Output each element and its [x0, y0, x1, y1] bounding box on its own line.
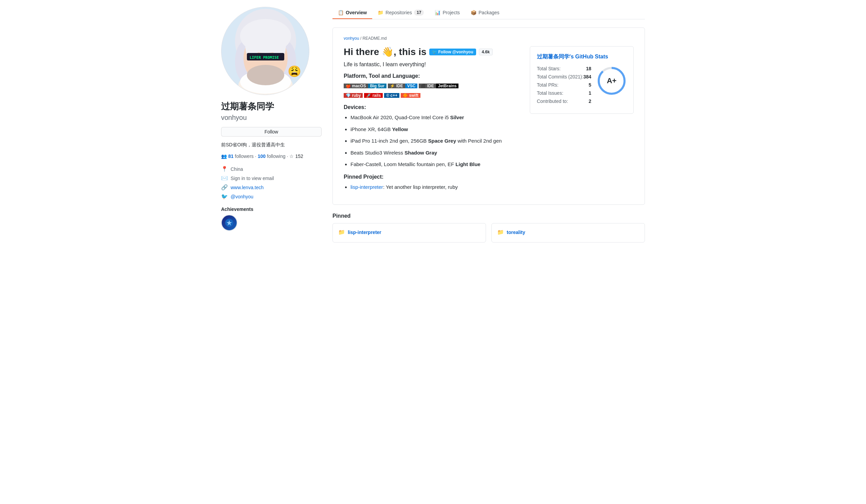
pinned-repo-2-link[interactable]: toreality — [507, 229, 525, 235]
star-icon: ☆ — [289, 154, 294, 159]
projects-label: Projects — [443, 10, 460, 15]
tab-repositories[interactable]: 📁 Repositories 17 — [372, 7, 429, 19]
avatar-emoji: 😩 — [288, 65, 301, 78]
readme-title: Hi there 👋, this is 🐦 Follow @vonhyou 4.… — [344, 46, 522, 57]
badge-cpp-left: © c++ — [384, 93, 399, 98]
grade-text: A+ — [607, 76, 617, 85]
stats-row-prs: Total PRs: 5 — [537, 82, 591, 88]
avatar-image: LIFER PROMISE 😩 — [221, 7, 309, 95]
stars-count: 152 — [295, 154, 303, 159]
breadcrumb-file: README.md — [362, 36, 387, 41]
pinned-section: Pinned 📁 lisp-interpreter 📁 toreality — [332, 213, 645, 243]
user-stats: 👥 81 followers · 100 following · ☆ 152 — [221, 154, 322, 159]
commits-value: 384 — [584, 74, 591, 79]
email-text: Sign in to view email — [231, 176, 274, 181]
twitter-bird-icon: 🐦 — [432, 49, 437, 54]
badge-vscode-left: ⚡ IDE — [388, 83, 405, 88]
device-4: Beats Studio3 Wireless Shadow Gray — [351, 149, 522, 157]
repo-icon-2: 📁 — [497, 229, 504, 235]
pinned-card-2-title: 📁 toreality — [497, 229, 639, 235]
twitter-follow-button[interactable]: 🐦 Follow @vonhyou — [429, 48, 476, 55]
twitter-icon: 🐦 — [221, 193, 228, 200]
following-link[interactable]: 100 — [258, 154, 266, 159]
followers-label: followers — [235, 154, 254, 159]
followers-icon: 👥 — [221, 154, 227, 159]
prs-label: Total PRs: — [537, 82, 559, 88]
achievement-icon — [224, 218, 234, 227]
readme-bio: Life is fantastic, I learn everything! — [344, 61, 522, 68]
tab-packages[interactable]: 📦 Packages — [465, 7, 505, 19]
pinned-card-1-title: 📁 lisp-interpreter — [338, 229, 480, 235]
stat-dot-1: · — [255, 154, 256, 159]
badge-macos: 🍎 macOS Big Sur — [344, 82, 387, 89]
website-item: 🔗 www.lenva.tech — [221, 183, 322, 192]
device-1-bold: Silver — [450, 114, 464, 120]
website-link[interactable]: www.lenva.tech — [231, 185, 264, 190]
repositories-icon: 📁 — [378, 10, 384, 15]
pinned-card-2: 📁 toreality — [491, 223, 645, 243]
platform-title: Platform, Tool and Language: — [344, 73, 522, 79]
location-item: 📍 China — [221, 164, 322, 173]
breadcrumb-user[interactable]: vonhyou — [344, 36, 359, 41]
badge-swift: 🔶 swift — [401, 92, 420, 99]
readme-text: Hi there 👋, this is 🐦 Follow @vonhyou 4.… — [344, 46, 522, 196]
svg-text:LIFER PROMISE: LIFER PROMISE — [249, 55, 279, 60]
readme-content-area: Hi there 👋, this is 🐦 Follow @vonhyou 4.… — [344, 46, 634, 196]
badge-swift-left: 🔶 swift — [401, 93, 420, 98]
twitter-item: 🐦 @vonhyou — [221, 192, 322, 201]
pinned-project-title: Pinned Project: — [344, 174, 522, 180]
badge-ruby-left: 💎 ruby — [344, 93, 363, 98]
tab-overview[interactable]: 📋 Overview — [332, 7, 372, 19]
contributed-label: Contributed to: — [537, 99, 568, 104]
device-2: iPhone XR, 64GB Yellow — [351, 126, 522, 133]
following-label: following — [267, 154, 285, 159]
pinned-header: Pinned — [332, 213, 645, 219]
packages-icon: 📦 — [471, 10, 476, 15]
repositories-label: Repositories — [386, 10, 412, 15]
platform-badges-row2: 💎 ruby 🚀 rails © c++ 🔶 swift — [344, 92, 522, 99]
achievements-title: Achievements — [221, 206, 322, 212]
avatar: LIFER PROMISE 😩 — [221, 7, 309, 95]
badge-ruby: 💎 ruby — [344, 92, 363, 99]
issues-label: Total Issues: — [537, 90, 563, 96]
badge-rails: 🚀 rails — [364, 92, 383, 99]
badge-jetbrains-left: ⬛ IDE — [419, 83, 436, 88]
breadcrumb-sep: / — [360, 36, 361, 41]
sidebar: LIFER PROMISE 😩 过期薯条同学 vonhyou Follow 前S… — [221, 7, 322, 243]
location-icon: 📍 — [221, 166, 228, 172]
pinned-grid: 📁 lisp-interpreter 📁 toreality — [332, 223, 645, 243]
stats-row-stars: Total Stars: 18 — [537, 66, 591, 71]
pinned-project-item: lisp-interpreter: Yet another lisp inter… — [351, 183, 522, 191]
location-text: China — [231, 166, 243, 172]
overview-icon: 📋 — [338, 10, 344, 15]
user-login: vonhyou — [221, 114, 322, 122]
main-content: 📋 Overview 📁 Repositories 17 📊 Projects … — [332, 7, 645, 243]
stats-content: Total Stars: 18 Total Commits (2021): 38… — [537, 66, 626, 107]
platform-badges-row1: 🍎 macOS Big Sur ⚡ IDE VSC ⬛ IDE JetBrain… — [344, 82, 522, 89]
followers-link[interactable]: 81 — [228, 154, 234, 159]
twitter-link[interactable]: @vonhyou — [231, 194, 253, 199]
prs-value: 5 — [589, 82, 591, 88]
contributed-value: 2 — [589, 99, 591, 104]
device-5: Faber-Castell, Loom Metallic fountain pe… — [351, 161, 522, 168]
stars-label: Total Stars: — [537, 66, 561, 71]
pinned-repo-1-link[interactable]: lisp-interpreter — [348, 229, 381, 235]
stars-value: 18 — [586, 66, 591, 71]
pinned-card-1: 📁 lisp-interpreter — [332, 223, 486, 243]
badge-macos-right: Big Sur — [368, 83, 387, 88]
overview-label: Overview — [346, 10, 367, 15]
follower-count: 4.6k — [479, 48, 493, 55]
tab-projects[interactable]: 📊 Projects — [429, 7, 465, 19]
device-3: iPad Pro 11-inch 2nd gen, 256GB Space Gr… — [351, 137, 522, 145]
device-3-bold: Space Grey — [428, 138, 456, 144]
follow-button[interactable]: Follow — [221, 127, 322, 136]
device-5-bold: Light Blue — [455, 161, 480, 167]
email-icon: ✉️ — [221, 175, 228, 181]
badge-macos-left: 🍎 macOS — [344, 83, 368, 88]
twitter-follow-label: Follow @vonhyou — [438, 49, 474, 54]
badge-jetbrains-right: JetBrains — [436, 83, 459, 88]
pinned-project-link[interactable]: lisp-interpreter — [351, 184, 383, 190]
achievements-section: Achievements — [221, 206, 322, 231]
repo-icon-1: 📁 — [338, 229, 345, 235]
badge-cpp: © c++ — [384, 92, 399, 99]
